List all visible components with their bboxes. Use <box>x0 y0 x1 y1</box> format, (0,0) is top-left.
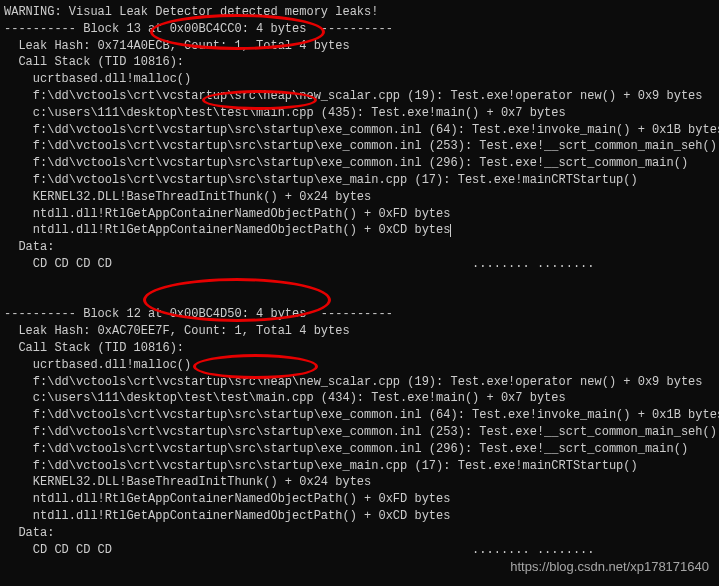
stack-frame: f:\dd\vctools\crt\vcstartup\src\startup\… <box>4 172 719 189</box>
stack-frame: ucrtbased.dll!malloc() <box>4 357 719 374</box>
stack-frame: f:\dd\vctools\crt\vcstartup\src\startup\… <box>4 458 719 475</box>
leak-hash: Leak Hash: 0xAC70EE7F, Count: 1, Total 4… <box>4 323 719 340</box>
data-row: CD CD CD CD ........ ........ <box>4 256 719 273</box>
stack-frame: f:\dd\vctools\crt\vcstartup\src\heap\new… <box>4 374 719 391</box>
block-header: ---------- Block 12 at 0x00BC4D50: 4 byt… <box>4 306 719 323</box>
watermark: https://blog.csdn.net/xp178171640 <box>510 558 709 576</box>
blank-line <box>4 273 719 290</box>
block-header: ---------- Block 13 at 0x00BC4CC0: 4 byt… <box>4 21 719 38</box>
warning-line: WARNING: Visual Leak Detector detected m… <box>4 4 719 21</box>
stack-frame: f:\dd\vctools\crt\vcstartup\src\startup\… <box>4 122 719 139</box>
stack-frame: ntdll.dll!RtlGetAppContainerNamedObjectP… <box>4 206 719 223</box>
leak-hash: Leak Hash: 0x714A0ECB, Count: 1, Total 4… <box>4 38 719 55</box>
callstack-label: Call Stack (TID 10816): <box>4 54 719 71</box>
stack-frame: c:\users\111\desktop\test\test\main.cpp … <box>4 105 719 122</box>
blank-line <box>4 290 719 307</box>
stack-frame: KERNEL32.DLL!BaseThreadInitThunk() + 0x2… <box>4 189 719 206</box>
stack-frame: KERNEL32.DLL!BaseThreadInitThunk() + 0x2… <box>4 474 719 491</box>
stack-frame: c:\users\111\desktop\test\test\main.cpp … <box>4 390 719 407</box>
stack-frame: ntdll.dll!RtlGetAppContainerNamedObjectP… <box>4 508 719 525</box>
stack-frame: ucrtbased.dll!malloc() <box>4 71 719 88</box>
data-label: Data: <box>4 525 719 542</box>
stack-frame: f:\dd\vctools\crt\vcstartup\src\startup\… <box>4 424 719 441</box>
stack-frame: f:\dd\vctools\crt\vcstartup\src\startup\… <box>4 138 719 155</box>
blank-line <box>4 575 719 586</box>
data-label: Data: <box>4 239 719 256</box>
callstack-label: Call Stack (TID 10816): <box>4 340 719 357</box>
console-output: WARNING: Visual Leak Detector detected m… <box>4 4 719 586</box>
stack-frame: f:\dd\vctools\crt\vcstartup\src\startup\… <box>4 441 719 458</box>
stack-frame: ntdll.dll!RtlGetAppContainerNamedObjectP… <box>4 222 719 239</box>
stack-frame: f:\dd\vctools\crt\vcstartup\src\startup\… <box>4 155 719 172</box>
text-cursor <box>450 224 451 237</box>
stack-frame: f:\dd\vctools\crt\vcstartup\src\startup\… <box>4 407 719 424</box>
data-row: CD CD CD CD ........ ........ <box>4 542 719 559</box>
stack-frame: ntdll.dll!RtlGetAppContainerNamedObjectP… <box>4 491 719 508</box>
stack-frame: f:\dd\vctools\crt\vcstartup\src\heap\new… <box>4 88 719 105</box>
